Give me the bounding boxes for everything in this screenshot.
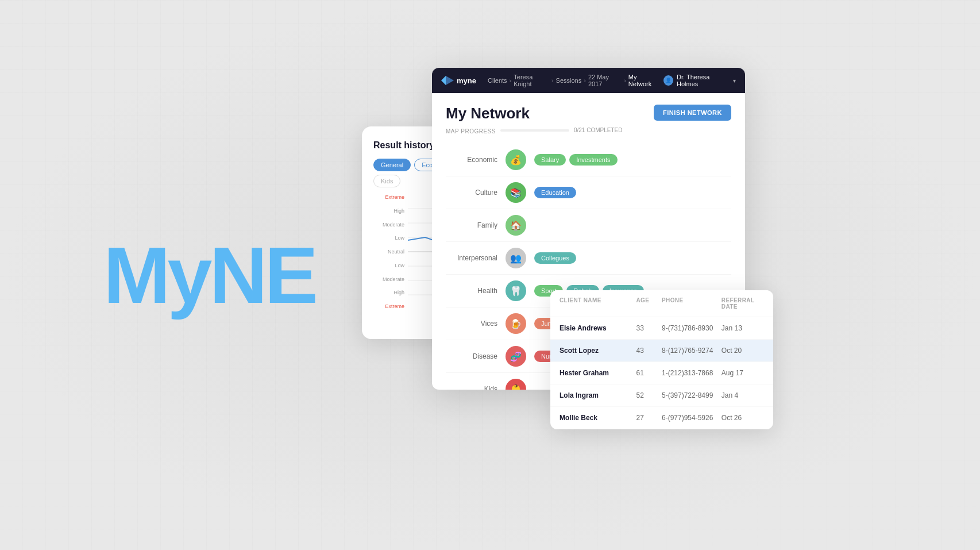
col-header-date: REFERRAL DATE	[722, 297, 764, 310]
client-age: 43	[636, 347, 662, 355]
row-label-kids: Kids	[446, 385, 497, 390]
breadcrumb-clients[interactable]: Clients	[488, 77, 507, 84]
network-header: My Network MAP PROGRESS 0/21 COMPLETED F…	[446, 105, 731, 134]
y-label-extreme-bottom: Extreme	[385, 303, 404, 309]
table-row[interactable]: Mollie Beck 27 6-(977)954-5926 Oct 26	[550, 407, 773, 429]
tag-collegues[interactable]: Collegues	[534, 252, 576, 264]
progress-count: 0/21 COMPLETED	[574, 127, 622, 133]
user-name: Dr. Theresa Holmes	[677, 74, 730, 87]
breadcrumb-teresa[interactable]: Teresa Knight	[514, 74, 549, 87]
tab-general[interactable]: General	[373, 159, 411, 171]
row-label-economic: Economic	[446, 156, 497, 164]
table-row[interactable]: Scott Lopez 43 8-(127)765-9274 Oct 20	[550, 340, 773, 362]
client-name: Elsie Andrews	[560, 324, 636, 332]
y-label-moderate-bottom: Moderate	[383, 276, 404, 282]
y-label-high-top: High	[393, 208, 404, 214]
client-phone: 9-(731)786-8930	[662, 324, 722, 332]
client-date: Jan 4	[722, 391, 764, 399]
row-icon-economic: 💰	[506, 149, 526, 170]
finish-network-button[interactable]: FINISH NETWORK	[654, 105, 731, 121]
network-title-block: My Network MAP PROGRESS 0/21 COMPLETED	[446, 105, 622, 134]
network-row-economic: Economic 💰 Salary Investments	[446, 144, 731, 176]
col-header-age: AGE	[636, 297, 662, 310]
row-icon-kids: 👶	[506, 379, 526, 390]
table-row[interactable]: Hester Graham 61 1-(212)313-7868 Aug 17	[550, 362, 773, 384]
chart-y-labels: Extreme High Moderate Low Neutral Low Mo…	[373, 194, 408, 309]
col-header-name: CLIENT NAME	[560, 297, 636, 310]
table-header: CLIENT NAME AGE PHONE REFERRAL DATE	[550, 290, 773, 317]
tag-investments[interactable]: Investments	[569, 154, 617, 166]
client-name: Hester Graham	[560, 369, 636, 377]
y-label-low-top: Low	[395, 235, 404, 241]
client-date: Oct 20	[722, 347, 764, 355]
client-date: Oct 26	[722, 414, 764, 422]
row-icon-health: 🦷	[506, 280, 526, 301]
client-name: Mollie Beck	[560, 414, 636, 422]
client-age: 52	[636, 391, 662, 399]
client-date: Jan 13	[722, 324, 764, 332]
row-tags-interpersonal: Collegues	[534, 252, 731, 264]
myne-logo: MyNE	[103, 235, 315, 316]
tag-salary[interactable]: Salary	[534, 154, 566, 166]
breadcrumb: Clients › Teresa Knight › Sessions › 22 …	[488, 74, 659, 87]
col-header-phone: PHONE	[662, 297, 722, 310]
nav-logo-text: myne	[457, 76, 476, 85]
client-phone: 1-(212)313-7868	[662, 369, 722, 377]
user-avatar: 👤	[663, 75, 673, 86]
table-row[interactable]: Elsie Andrews 33 9-(731)786-8930 Jan 13	[550, 317, 773, 340]
user-dropdown-icon: ▾	[733, 78, 736, 84]
row-tags-economic: Salary Investments	[534, 154, 731, 166]
clients-table-card: CLIENT NAME AGE PHONE REFERRAL DATE Elsi…	[550, 290, 773, 429]
client-date: Aug 17	[722, 369, 764, 377]
client-phone: 5-(397)722-8499	[662, 391, 722, 399]
row-label-interpersonal: Interpersonal	[446, 254, 497, 262]
myne-nav-icon	[441, 76, 454, 85]
client-age: 27	[636, 414, 662, 422]
row-icon-disease: 🧬	[506, 346, 526, 367]
client-phone: 8-(127)765-9274	[662, 347, 722, 355]
client-phone: 6-(977)954-5926	[662, 414, 722, 422]
tab-kids[interactable]: Kids	[373, 175, 400, 187]
nav-logo: myne	[441, 76, 476, 85]
row-icon-vices: 🍺	[506, 313, 526, 334]
navbar: myne Clients › Teresa Knight › Sessions …	[432, 68, 745, 93]
row-label-vices: Vices	[446, 320, 497, 328]
y-label-extreme-top: Extreme	[385, 194, 404, 200]
client-name: Scott Lopez	[560, 347, 636, 355]
network-row-culture: Culture 📚 Education	[446, 176, 731, 209]
table-row[interactable]: Lola Ingram 52 5-(397)722-8499 Jan 4	[550, 384, 773, 407]
page-title: My Network	[446, 105, 622, 122]
client-age: 61	[636, 369, 662, 377]
row-icon-interpersonal: 👥	[506, 248, 526, 268]
row-icon-family: 🏠	[506, 215, 526, 236]
row-label-family: Family	[446, 221, 497, 229]
row-tags-culture: Education	[534, 187, 731, 198]
tag-education[interactable]: Education	[534, 187, 576, 198]
row-label-culture: Culture	[446, 189, 497, 197]
network-row-interpersonal: Interpersonal 👥 Collegues	[446, 242, 731, 275]
client-age: 33	[636, 324, 662, 332]
user-menu[interactable]: 👤 Dr. Theresa Holmes ▾	[663, 74, 736, 87]
y-label-neutral: Neutral	[388, 249, 404, 255]
svg-marker-7	[441, 76, 446, 85]
y-label-low-bottom: Low	[395, 263, 404, 268]
row-label-disease: Disease	[446, 352, 497, 360]
row-label-health: Health	[446, 287, 497, 295]
client-name: Lola Ingram	[560, 391, 636, 399]
map-progress-label: MAP PROGRESS	[446, 128, 496, 134]
y-label-moderate-top: Moderate	[383, 222, 404, 228]
breadcrumb-current: My Network	[628, 74, 659, 87]
breadcrumb-date[interactable]: 22 May 2017	[588, 74, 622, 87]
y-label-high-bottom: High	[393, 290, 404, 295]
network-row-family: Family 🏠	[446, 209, 731, 242]
row-icon-culture: 📚	[506, 182, 526, 203]
progress-bar	[500, 129, 569, 132]
breadcrumb-sessions[interactable]: Sessions	[556, 77, 582, 84]
svg-marker-8	[446, 76, 454, 85]
